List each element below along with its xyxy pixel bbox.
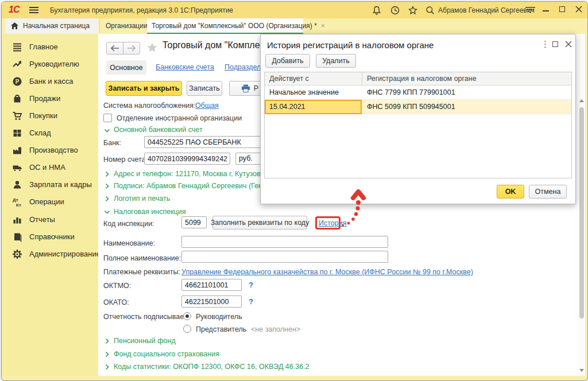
sidebar-item-label: Продажи: [29, 94, 60, 103]
column-registration[interactable]: Регистрация в налоговом органе: [367, 75, 477, 83]
sidebar-item-administration[interactable]: Администрирование: [2, 246, 98, 263]
sidebar-item-production[interactable]: Производство: [2, 142, 98, 159]
sidebar-item-main[interactable]: Главное: [2, 38, 98, 56]
chevron-right-icon[interactable]: [104, 171, 110, 177]
chevron-right-icon[interactable]: [104, 338, 110, 344]
tab-home[interactable]: Начальная страница: [5, 18, 98, 34]
save-button[interactable]: Записать: [187, 81, 222, 96]
notifications-bell-icon[interactable]: [372, 6, 381, 15]
favorites-star-icon[interactable]: [408, 6, 417, 15]
chevron-right-icon[interactable]: [104, 364, 110, 370]
cell-registration: ФНС 7799 КПП 779901001: [367, 88, 455, 96]
book-icon: [12, 232, 22, 242]
sidebar-item-purchases[interactable]: Покупки: [2, 107, 98, 125]
dialog-more-icon[interactable]: ⋮: [541, 39, 550, 49]
table-row-selected[interactable]: 15.04.2021 ФНС 5099 КПП 509945001: [265, 100, 571, 114]
history-clock-icon[interactable]: [390, 6, 400, 15]
scroll-up-arrow[interactable]: [579, 99, 584, 102]
payment-details-link[interactable]: Управление Федерального казначейства по …: [181, 268, 473, 276]
inspection-code-input[interactable]: [181, 216, 207, 228]
name-input[interactable]: [181, 236, 388, 248]
section-statistics-codes[interactable]: Коды статистики: ОКОПФ 12300, ОКФС 16, О…: [114, 363, 310, 371]
chevron-right-icon[interactable]: [104, 351, 110, 357]
back-button[interactable]: [106, 42, 123, 55]
title-bar: 1С Бухгалтерия предприятия, редакция 3.0…: [2, 2, 587, 18]
dialog-maximize-button[interactable]: [552, 41, 558, 47]
chevron-down-icon[interactable]: [104, 127, 110, 134]
sidebar-item-fixed-assets[interactable]: ОС и НМА: [2, 159, 98, 176]
trend-chart-icon: [12, 59, 22, 69]
oktmo-help-icon[interactable]: ?: [249, 281, 253, 289]
dialog-cancel-button[interactable]: Отмена: [529, 185, 567, 199]
tax-system-value-link[interactable]: Общая: [195, 102, 219, 110]
okato-help-icon[interactable]: ?: [249, 297, 253, 306]
bar-chart-icon: [12, 215, 22, 225]
search-icon[interactable]: [425, 6, 435, 15]
tab-organization-card-close-icon[interactable]: ×: [321, 22, 325, 30]
tab-organization-card[interactable]: Торговый дом "Комплексный" ООО (Организа…: [147, 18, 303, 34]
sidebar-item-manager[interactable]: Руководителю: [2, 56, 98, 73]
representative-empty-note: <не заполнен>: [251, 325, 300, 333]
column-valid-from[interactable]: Действует с: [269, 75, 309, 83]
table-header: Действует с Регистрация в налоговом орга…: [265, 72, 571, 85]
tab-home-label: Начальная страница: [23, 22, 90, 30]
main-menu-icon[interactable]: [29, 6, 38, 14]
full-name-label: Полное наименование:: [103, 254, 181, 262]
cell-valid-from: 15.04.2021: [269, 103, 305, 111]
radio-selected-dot: [185, 314, 189, 318]
fill-by-code-button[interactable]: Заполнить реквизиты по коду: [212, 216, 307, 230]
radio-representative[interactable]: [183, 325, 191, 333]
favorite-star-icon[interactable]: [146, 42, 158, 53]
foreign-org-checkbox[interactable]: [103, 114, 112, 122]
svg-text:Кт: Кт: [16, 203, 21, 208]
history-link[interactable]: История: [319, 219, 346, 227]
inspection-code-label: Код инспекции:: [103, 220, 154, 228]
dialog-delete-button[interactable]: Удалить: [316, 54, 356, 68]
dialog-add-button[interactable]: Добавить: [265, 54, 310, 68]
tax-system-label: Система налогообложения:: [103, 102, 196, 110]
section-address-phone[interactable]: Адрес и телефон: 121170, Москва г, Кутуз…: [114, 170, 275, 178]
main-scrollbar[interactable]: [579, 34, 585, 376]
section-bank-account[interactable]: Основной банковский счет: [114, 126, 203, 134]
grid-icon: [12, 128, 22, 138]
radio-director[interactable]: [183, 312, 191, 320]
bank-label: Банк:: [103, 139, 121, 147]
service-menu-icon[interactable]: [525, 6, 535, 14]
section-tax-inspection[interactable]: Налоговая инспекция: [114, 208, 186, 216]
sidebar-item-warehouse[interactable]: Склад: [2, 125, 98, 142]
history-dialog: История регистраций в налоговом органе ⋮…: [260, 34, 576, 204]
save-and-close-button[interactable]: Записать и закрыть: [106, 81, 182, 96]
chevron-right-icon[interactable]: [104, 196, 110, 202]
sidebar-item-payroll-hr[interactable]: Зарплата и кадры: [2, 176, 98, 193]
cell-valid-from: Начальное значение: [269, 88, 339, 96]
sidebar-item-reports[interactable]: Отчеты: [2, 211, 98, 228]
minimize-button[interactable]: [543, 10, 549, 11]
dialog-ok-button[interactable]: OK: [497, 185, 524, 199]
section-logo-stamp[interactable]: Логотип и печать: [114, 195, 170, 203]
forward-button[interactable]: [123, 42, 140, 55]
sidebar-item-operations[interactable]: ДтКт Операции: [2, 193, 98, 211]
current-user[interactable]: Абрамов Геннадий Сергеевич: [438, 6, 535, 14]
account-number-input[interactable]: [144, 153, 230, 165]
sidebar-item-sales[interactable]: Продажи: [2, 90, 98, 107]
okato-input[interactable]: [181, 296, 242, 308]
full-name-input[interactable]: [181, 251, 388, 263]
scroll-down-arrow[interactable]: [579, 369, 584, 372]
scrollbar-thumb[interactable]: [579, 107, 584, 318]
maximize-button[interactable]: [559, 6, 565, 12]
section-pension-fund[interactable]: Пенсионный фонд: [114, 337, 176, 345]
close-button[interactable]: [575, 6, 582, 13]
table-row[interactable]: Начальное значение ФНС 7799 КПП 77990100…: [265, 85, 571, 100]
sidebar-item-label: ОС и НМА: [29, 163, 65, 172]
section-social-insurance[interactable]: Фонд социального страхования: [114, 350, 219, 358]
sidebar-item-directories[interactable]: Справочники: [2, 228, 98, 246]
sidebar-item-bank-cash[interactable]: Р Банк и касса: [2, 73, 98, 90]
chevron-right-icon[interactable]: [104, 183, 110, 189]
section-signatures[interactable]: Подписи: Абрамов Геннадий Сергеевич (Ген…: [114, 182, 274, 190]
form-tab-bank-accounts[interactable]: Банковские счета: [156, 63, 214, 71]
chevron-down-icon[interactable]: [104, 209, 110, 215]
sidebar-item-label: Главное: [29, 42, 58, 51]
form-tab-main[interactable]: Основное: [106, 60, 146, 75]
oktmo-input[interactable]: [181, 279, 242, 291]
dialog-close-button[interactable]: [565, 41, 572, 48]
